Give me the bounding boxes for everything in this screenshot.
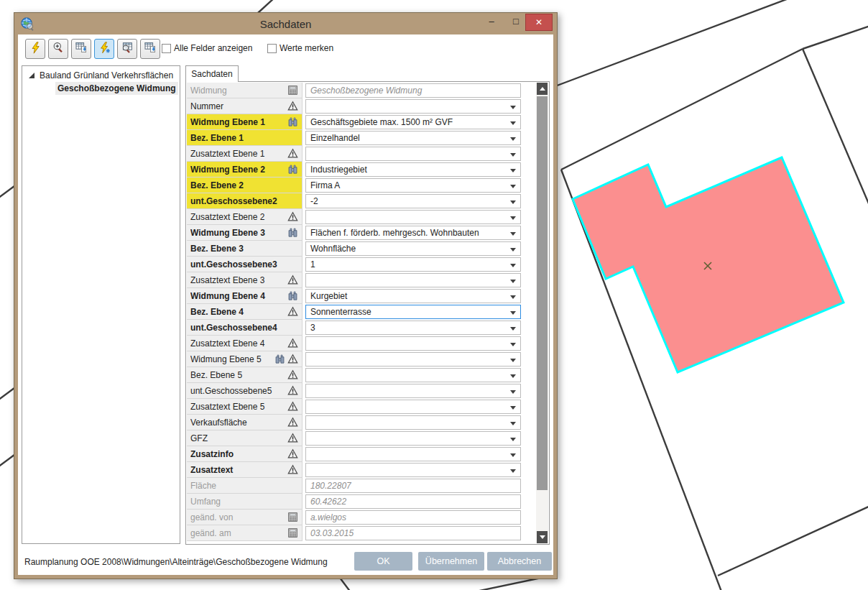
field-label: Zusatztext Ebene 2	[190, 212, 287, 222]
field-label-cell: Bez. Ebene 1	[187, 130, 303, 146]
field-combo[interactable]: Sonnenterrasse	[305, 305, 521, 319]
dropdown-arrow-icon[interactable]	[510, 153, 516, 157]
dropdown-arrow-icon[interactable]	[510, 200, 516, 204]
field-label-cell: Zusatzinfo	[187, 446, 303, 462]
dropdown-arrow-icon[interactable]	[510, 469, 516, 473]
dropdown-arrow-icon[interactable]	[510, 453, 516, 457]
field-combo[interactable]	[305, 415, 521, 430]
field-combo[interactable]: Kurgebiet	[305, 289, 521, 303]
dropdown-arrow-icon[interactable]	[510, 359, 516, 362]
form-row: Fläche180.22807	[187, 478, 535, 494]
feature-class-path: Raumplanung OOE 2008\Widmungen\Alteinträ…	[24, 557, 328, 567]
scrollbar-thumb[interactable]	[537, 96, 548, 490]
field-combo[interactable]: Wohnfläche	[305, 241, 521, 256]
dropdown-arrow-icon[interactable]	[510, 185, 516, 188]
ok-button[interactable]: OK	[354, 552, 412, 571]
warning-icon	[287, 101, 300, 111]
dropdown-arrow-icon[interactable]	[510, 137, 516, 141]
apply-button[interactable]: Übernehmen	[418, 552, 484, 571]
field-combo[interactable]: Geschäftsgebiete max. 1500 m² GVF	[305, 115, 521, 129]
dropdown-arrow-icon[interactable]	[510, 311, 516, 315]
form-row: Widmung Ebene 2Industriegebiet	[187, 162, 535, 178]
field-combo[interactable]: 1	[305, 257, 521, 272]
dropdown-arrow-icon[interactable]	[510, 295, 516, 299]
warning-icon	[287, 464, 300, 475]
field-combo[interactable]	[305, 463, 521, 477]
dropdown-arrow-icon[interactable]	[510, 374, 516, 378]
auto-execute-button[interactable]	[94, 39, 114, 59]
screen: Sachdaten – □ ✕ Alle Felder anzeigen Wer…	[0, 0, 868, 590]
dropdown-arrow-icon[interactable]	[510, 343, 516, 346]
field-combo[interactable]: Einzelhandel	[305, 131, 521, 145]
field-combo[interactable]	[305, 147, 521, 161]
dropdown-arrow-icon[interactable]	[510, 216, 516, 220]
field-label: unt.Geschossebene4	[190, 323, 300, 333]
scroll-up-button[interactable]	[537, 83, 548, 95]
field-label-cell: Zusatztext Ebene 1	[187, 146, 303, 162]
field-label-cell: unt.Geschossebene4	[187, 320, 303, 336]
form-row: Verkaufsfläche	[187, 415, 535, 430]
warning-icon	[287, 338, 300, 349]
field-combo[interactable]	[305, 99, 521, 114]
lightning-sparkle-icon	[98, 42, 111, 57]
copy-table-button[interactable]	[140, 39, 160, 59]
field-combo[interactable]	[305, 384, 521, 398]
dropdown-arrow-icon[interactable]	[510, 327, 516, 331]
field-combo[interactable]	[305, 400, 521, 414]
scroll-down-button[interactable]	[537, 531, 548, 543]
tab-sachdaten[interactable]: Sachdaten	[185, 65, 239, 82]
warning-icon	[287, 385, 300, 396]
field-combo[interactable]	[305, 431, 521, 446]
field-label-cell: unt.Geschossebene5	[187, 383, 303, 399]
checkbox-werte-merken[interactable]	[267, 44, 277, 53]
field-combo[interactable]	[305, 447, 521, 461]
tree-root-item[interactable]: Bauland Grünland Verkehrsflächen	[22, 69, 180, 82]
field-combo[interactable]	[305, 210, 521, 224]
dropdown-arrow-icon[interactable]	[510, 280, 516, 283]
dropdown-arrow-icon[interactable]	[510, 248, 516, 252]
field-combo[interactable]	[305, 336, 521, 351]
field-label: geänd. am	[190, 528, 287, 538]
dropdown-arrow-icon[interactable]	[510, 121, 516, 125]
titlebar[interactable]: Sachdaten – □ ✕	[14, 13, 557, 34]
cancel-button[interactable]: Abbrechen	[487, 552, 552, 571]
field-label-cell: Umfang	[187, 494, 303, 510]
tree-expander-icon[interactable]	[29, 73, 34, 78]
copy-values-button[interactable]	[71, 39, 91, 59]
field-label: Bez. Ebene 1	[190, 133, 300, 143]
close-button[interactable]: ✕	[525, 14, 553, 31]
dropdown-arrow-icon[interactable]	[510, 390, 516, 394]
minimize-button[interactable]: –	[481, 14, 502, 31]
dropdown-arrow-icon[interactable]	[510, 406, 516, 410]
warning-icon	[287, 369, 300, 380]
field-combo[interactable]: 3	[305, 321, 521, 335]
maximize-button[interactable]: □	[505, 14, 527, 31]
dropdown-arrow-icon[interactable]	[510, 106, 516, 109]
tree-child-item[interactable]: Geschoßbezogene Widmung	[22, 82, 180, 95]
field-label-cell: Widmung Ebene 2	[187, 162, 303, 178]
dropdown-arrow-icon[interactable]	[510, 264, 516, 267]
binoculars-icon	[274, 354, 287, 364]
field-combo[interactable]: Industriegebiet	[305, 162, 521, 177]
field-combo[interactable]	[305, 352, 521, 367]
preview-table-button[interactable]	[117, 39, 137, 59]
form-row: Widmung Ebene 4Kurgebiet	[187, 288, 535, 304]
field-label-cell: geänd. von	[187, 510, 303, 525]
field-combo[interactable]	[305, 368, 521, 382]
field-combo[interactable]: Flächen f. förderb. mehrgesch. Wohnbaute…	[305, 226, 521, 240]
checkbox-alle-felder[interactable]	[162, 44, 171, 53]
dropdown-arrow-icon[interactable]	[510, 232, 516, 236]
field-combo[interactable]	[305, 273, 521, 287]
toolbar: Alle Felder anzeigen Werte merken	[18, 34, 553, 63]
dropdown-arrow-icon[interactable]	[510, 422, 516, 425]
dropdown-arrow-icon[interactable]	[510, 438, 516, 441]
execute-query-button[interactable]	[25, 39, 45, 59]
warning-icon	[287, 433, 300, 443]
zoom-to-feature-button[interactable]	[48, 39, 68, 59]
field-combo[interactable]: Firma A	[305, 178, 521, 193]
field-combo[interactable]: -2	[305, 194, 521, 208]
dropdown-arrow-icon[interactable]	[510, 169, 516, 172]
field-value-text: Flächen f. förderb. mehrgesch. Wohnbaute…	[310, 228, 479, 238]
vertical-scrollbar[interactable]	[536, 83, 548, 543]
form-row: Zusatztext Ebene 1	[187, 146, 535, 162]
